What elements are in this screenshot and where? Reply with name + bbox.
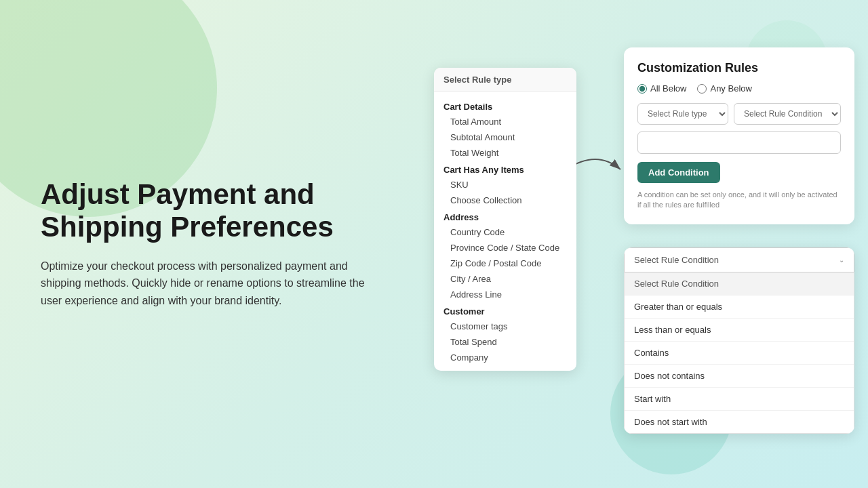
dropdown-item[interactable]: Total Weight: [434, 145, 576, 161]
dropdown-item[interactable]: Total Amount: [434, 114, 576, 129]
rule-type-select[interactable]: Select Rule type: [637, 103, 728, 125]
radio-all-below[interactable]: All Below: [637, 83, 686, 94]
dropdown-item[interactable]: Customer tags: [434, 319, 576, 334]
selects-row: Select Rule type Select Rule Condition: [637, 103, 841, 125]
dropdown-item[interactable]: Country Code: [434, 224, 576, 240]
ui-area: Select Rule type Cart DetailsTotal Amoun…: [434, 47, 854, 441]
dropdown-category: Cart Has Any Items: [434, 161, 576, 177]
dropdown-category: Customer: [434, 302, 576, 319]
condition-option[interactable]: Less than or equals: [625, 319, 854, 342]
radio-group: All Below Any Below: [637, 83, 841, 94]
condition-option[interactable]: Does not start with: [625, 411, 854, 433]
condition-select-label: Select Rule Condition: [634, 255, 719, 265]
radio-all-below-input[interactable]: [637, 84, 647, 94]
dropdown-item[interactable]: Zip Code / Postal Code: [434, 256, 576, 271]
main-heading: Adjust Payment and Shipping Preferences: [41, 178, 393, 244]
condition-dropdown-card: Select Rule Condition ⌄ Select Rule Cond…: [624, 247, 854, 434]
add-condition-button[interactable]: Add Condition: [637, 162, 720, 183]
radio-all-below-label: All Below: [650, 83, 686, 94]
condition-option[interactable]: Start with: [625, 388, 854, 411]
condition-option[interactable]: Contains: [625, 342, 854, 365]
dropdown-item[interactable]: City / Area: [434, 271, 576, 287]
radio-any-below[interactable]: Any Below: [697, 83, 751, 94]
rules-card-title: Customization Rules: [637, 61, 841, 75]
left-content: Adjust Payment and Shipping Preferences …: [41, 178, 393, 309]
condition-select-header[interactable]: Select Rule Condition ⌄: [624, 247, 854, 272]
rule-condition-select-top[interactable]: Select Rule Condition: [734, 103, 841, 125]
sub-text: Optimize your checkout process with pers…: [41, 258, 366, 310]
dropdown-header: Select Rule type: [434, 68, 576, 92]
dropdown-item[interactable]: Province Code / State Code: [434, 240, 576, 256]
radio-any-below-label: Any Below: [710, 83, 751, 94]
dropdown-item[interactable]: SKU: [434, 177, 576, 192]
value-input[interactable]: [637, 131, 841, 154]
dropdown-item[interactable]: Company: [434, 350, 576, 365]
dropdown-item[interactable]: Subtotal Amount: [434, 129, 576, 145]
condition-option[interactable]: Does not contains: [625, 365, 854, 388]
condition-option[interactable]: Select Rule Condition: [625, 272, 854, 296]
rule-type-dropdown-card: Select Rule type Cart DetailsTotal Amoun…: [434, 68, 576, 371]
customization-rules-card: Customization Rules All Below Any Below …: [624, 47, 854, 224]
dropdown-category: Cart Details: [434, 98, 576, 114]
condition-note: A condition can be set only once, and it…: [637, 190, 841, 211]
condition-options-list: Select Rule ConditionGreater than or equ…: [624, 272, 854, 434]
dropdown-category: Address: [434, 208, 576, 224]
condition-option[interactable]: Greater than or equals: [625, 296, 854, 319]
dropdown-body: Cart DetailsTotal AmountSubtotal AmountT…: [434, 92, 576, 371]
chevron-down-icon: ⌄: [839, 256, 844, 264]
dropdown-item[interactable]: Choose Collection: [434, 192, 576, 208]
radio-any-below-input[interactable]: [697, 84, 707, 94]
dropdown-item[interactable]: Total Spend: [434, 334, 576, 350]
dropdown-item[interactable]: Address Line: [434, 287, 576, 302]
